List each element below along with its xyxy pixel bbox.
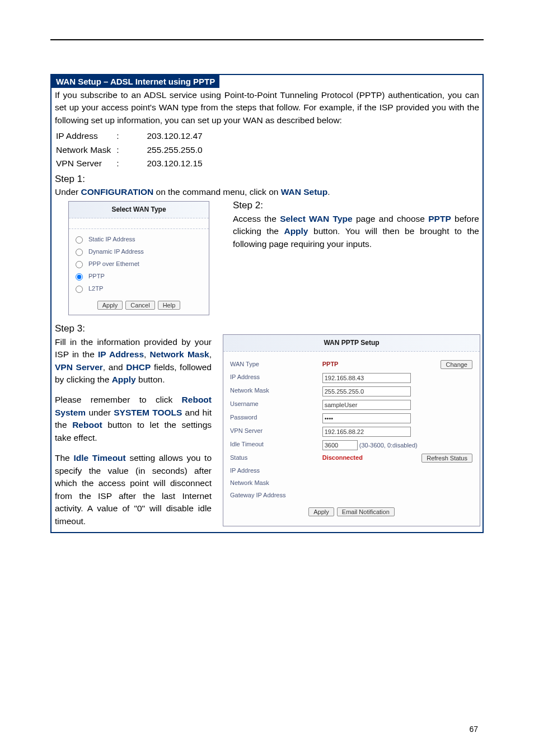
fig2-refresh-button[interactable]: Refresh Status xyxy=(421,454,472,463)
fig1-title: Select WAN Type xyxy=(69,202,209,218)
step3-para1: Fill in the information provided by your… xyxy=(55,336,212,386)
colon: : xyxy=(116,144,123,156)
radio-input[interactable] xyxy=(76,261,83,268)
step3-para3: The Idle Timeout setting allows you to s… xyxy=(55,452,212,528)
fig2-change-button[interactable]: Change xyxy=(441,360,472,369)
radio-label: Static IP Address xyxy=(88,235,135,244)
wan-pptp-setup-figure: WAN PPTP Setup WAN Type PPTP Change xyxy=(223,334,480,526)
fig2-vpn-input[interactable] xyxy=(322,427,411,437)
fig1-apply-button[interactable]: Apply xyxy=(97,301,123,310)
isp-mask-val: 255.255.255.0 xyxy=(125,144,207,156)
colon: : xyxy=(116,130,123,142)
fig2-ip2-label: IP Address xyxy=(228,465,320,477)
isp-vpn-label: VPN Server xyxy=(56,157,115,170)
fig2-pass-label: Password xyxy=(228,412,320,425)
fig2-mask2-label: Network Mask xyxy=(228,477,320,489)
radio-label: PPTP xyxy=(88,272,105,281)
isp-vpn-val: 203.120.12.15 xyxy=(125,157,207,170)
radio-label: PPP over Ethernet xyxy=(88,260,139,269)
intro-text: If you subscribe to an ADSL service usin… xyxy=(55,89,479,127)
step3-heading: Step 3: xyxy=(55,322,212,336)
colon: : xyxy=(116,157,123,170)
fig2-mask-input[interactable] xyxy=(322,386,411,396)
fig2-pass-input[interactable] xyxy=(322,413,411,423)
fig2-ip-input[interactable] xyxy=(322,373,411,383)
radio-input[interactable] xyxy=(76,236,83,244)
radio-l2tp[interactable]: L2TP xyxy=(69,283,209,295)
radio-static-ip[interactable]: Static IP Address xyxy=(69,234,209,246)
fig2-status-label: Status xyxy=(228,452,320,465)
fig2-title: WAN PPTP Setup xyxy=(223,335,480,352)
fig2-email-button[interactable]: Email Notification xyxy=(337,507,395,516)
select-wan-type-figure: Select WAN Type Static IP Address Dynami… xyxy=(68,201,209,315)
step1-text: Under CONFIGURATION on the command menu,… xyxy=(55,186,479,198)
isp-info-table: IP Address : 203.120.12.47 Network Mask … xyxy=(55,129,208,171)
isp-ip-label: IP Address xyxy=(56,130,115,142)
radio-input[interactable] xyxy=(76,249,83,256)
fig2-wan-type-label: WAN Type xyxy=(228,358,320,371)
radio-label: Dynamic IP Address xyxy=(88,248,144,256)
fig2-mask-label: Network Mask xyxy=(228,385,320,398)
fig2-gw-label: Gateway IP Address xyxy=(228,489,320,502)
fig2-vpn-label: VPN Server xyxy=(228,425,320,438)
fig2-idle-hint: (30-3600, 0:disabled) xyxy=(359,442,418,449)
step1-heading: Step 1: xyxy=(55,172,479,186)
radio-label: L2TP xyxy=(88,284,103,293)
radio-input[interactable] xyxy=(76,286,83,293)
radio-pppoe[interactable]: PPP over Ethernet xyxy=(69,258,209,270)
radio-dynamic-ip[interactable]: Dynamic IP Address xyxy=(69,246,209,258)
section-ribbon: WAN Setup – ADSL Internet using PPTP xyxy=(51,75,219,88)
fig2-status-val: Disconnected xyxy=(322,454,363,461)
step2-text: Access the Select WAN Type page and choo… xyxy=(233,213,479,250)
fig2-apply-button[interactable]: Apply xyxy=(308,507,334,516)
isp-mask-label: Network Mask xyxy=(56,144,115,156)
fig1-help-button[interactable]: Help xyxy=(158,301,181,310)
fig2-wan-type-val: PPTP xyxy=(322,361,339,367)
radio-pptp[interactable]: PPTP xyxy=(69,270,209,283)
fig1-cancel-button[interactable]: Cancel xyxy=(125,301,154,310)
fig2-idle-input[interactable] xyxy=(322,440,358,450)
fig2-user-label: Username xyxy=(228,398,320,412)
radio-input[interactable] xyxy=(76,273,83,281)
fig2-idle-label: Idle Timeout xyxy=(228,438,320,452)
fig2-ip-label: IP Address xyxy=(228,371,320,385)
step3-para2: Please remember to click Reboot System u… xyxy=(55,394,212,444)
step2-heading: Step 2: xyxy=(233,199,479,213)
isp-ip-val: 203.120.12.47 xyxy=(125,130,207,142)
page-number: 67 xyxy=(469,725,478,734)
fig2-user-input[interactable] xyxy=(322,400,411,410)
